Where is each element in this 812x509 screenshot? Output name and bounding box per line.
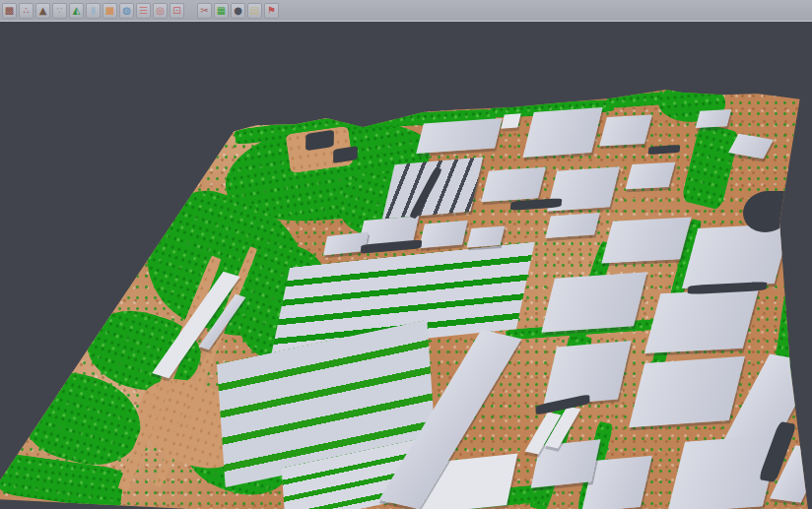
warehouse-roof <box>545 213 599 238</box>
globe-icon[interactable]: ◍ <box>119 3 134 19</box>
sphere-icon[interactable]: ● <box>231 3 245 19</box>
warehouse-roof <box>682 223 790 288</box>
crop-icon[interactable]: ✂ <box>197 3 212 19</box>
classification-icon[interactable]: ▦ <box>214 3 229 19</box>
warehouse-roof <box>728 134 774 159</box>
mesh-icon[interactable]: ▲ <box>35 3 50 19</box>
shadow-blob <box>739 191 793 232</box>
warehouse-roof <box>522 107 602 158</box>
warehouse-roof <box>696 109 732 128</box>
field-patch <box>681 122 741 211</box>
warehouse-roof <box>467 226 506 248</box>
orthophoto-icon[interactable]: ■ <box>102 3 117 19</box>
dtm-icon[interactable]: ◭ <box>69 3 84 19</box>
warehouse-roof <box>481 167 546 203</box>
viewport-3d[interactable] <box>0 23 812 509</box>
profile-icon[interactable]: ▮ <box>86 3 101 19</box>
warehouse-roof <box>599 115 652 147</box>
main-toolbar: ▩∴▲∵◭▮■◍☰◎⊡✂▦●▤⚑ <box>0 0 812 22</box>
open-project-icon[interactable]: ▩ <box>2 3 17 19</box>
point-cloud-icon[interactable]: ∴ <box>19 3 34 19</box>
warehouse-roof <box>626 162 676 190</box>
warehouse-roof <box>601 218 691 264</box>
warehouse-roof <box>629 356 745 427</box>
warehouse-roof <box>416 118 502 154</box>
selection-icon[interactable]: ⊡ <box>169 3 184 19</box>
shadow-gap <box>648 145 681 155</box>
application-window: { "app": {"name": "photogrammetry-3d-vie… <box>0 0 812 509</box>
warehouse-roof <box>419 221 468 248</box>
flag-icon[interactable]: ⚑ <box>264 3 279 19</box>
notes-icon[interactable]: ▤ <box>247 3 262 19</box>
terrain-point-cloud <box>0 23 812 509</box>
settings-icon[interactable]: ◎ <box>153 3 168 19</box>
warehouse-roof <box>644 288 759 353</box>
report-icon[interactable]: ☰ <box>136 3 151 19</box>
warehouse-roof <box>501 113 521 128</box>
sparse-points-icon[interactable]: ∵ <box>52 3 67 19</box>
warehouse-roof <box>541 272 647 333</box>
